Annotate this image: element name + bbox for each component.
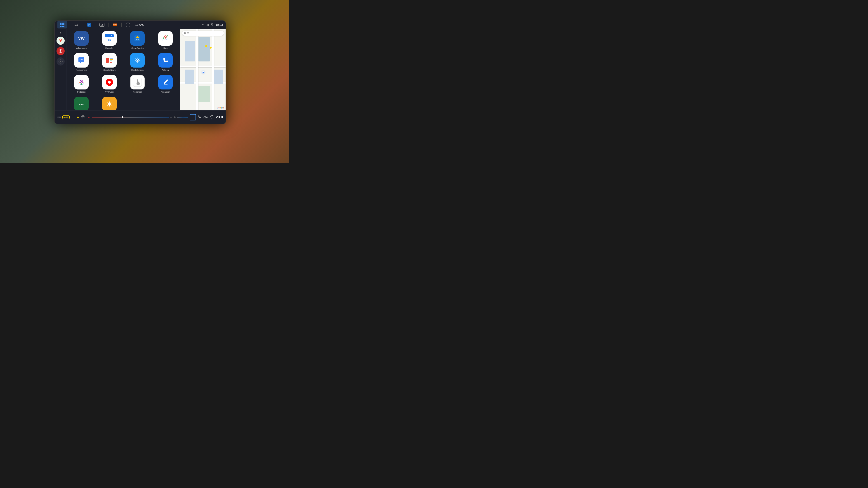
yt-music-icon xyxy=(105,77,114,87)
phone-handset-icon xyxy=(197,115,202,119)
temp-bar-knob xyxy=(122,116,123,118)
svg-rect-17 xyxy=(112,35,112,36)
auto-button[interactable]: AUTO xyxy=(62,116,70,119)
app-googlenews[interactable]: Google News xyxy=(96,53,123,71)
svg-rect-38 xyxy=(77,78,86,87)
sidebar-other-icon[interactable] xyxy=(57,57,65,66)
assist-button[interactable] xyxy=(98,22,106,27)
fan-symbol-icon xyxy=(81,114,86,119)
gamesnacks-icon: GS xyxy=(130,31,145,46)
map-building-5 xyxy=(198,86,210,102)
anpassen-icon xyxy=(158,75,173,90)
maps-icon xyxy=(158,31,173,46)
mode-icon-group: MODE xyxy=(113,24,117,26)
app-maps[interactable]: Maps xyxy=(152,31,179,50)
svg-rect-14 xyxy=(105,36,114,37)
einstellungen-icon xyxy=(130,53,145,68)
anpassen-label: Anpassen xyxy=(161,91,170,93)
map-building-3 xyxy=(185,70,194,84)
app-grid-container: VW Volkswagen 15 xyxy=(66,29,180,110)
map-panel[interactable]: Google xyxy=(180,29,225,110)
climate-left-temp-label: IMA xyxy=(57,116,61,119)
app-anpassen[interactable]: Anpassen xyxy=(152,75,179,93)
app-reminder[interactable]: Reminder xyxy=(124,75,151,93)
volkswagen-label: Volkswagen xyxy=(76,47,87,50)
svg-point-27 xyxy=(82,59,83,60)
recirculate-button[interactable] xyxy=(210,115,214,120)
starburst-update-icon xyxy=(105,99,114,109)
scroll-up-button[interactable]: ▲ xyxy=(57,31,64,34)
add-icon: + xyxy=(126,23,130,27)
podcasts-label: Podcasts xyxy=(77,91,86,93)
fan-icon[interactable] xyxy=(81,114,86,120)
map-yellow-dot-1 xyxy=(205,45,207,47)
svg-rect-37 xyxy=(161,56,170,65)
climate-left: IMA AUTO xyxy=(57,116,75,119)
app-grid: VW Volkswagen 15 xyxy=(68,31,179,93)
map-background xyxy=(180,29,225,110)
reminder-icon xyxy=(130,75,145,90)
ac-label[interactable]: A/C xyxy=(204,116,208,119)
parking-badge: P xyxy=(87,23,91,27)
googlenews-label: Google News xyxy=(103,69,116,71)
status-right: 4G 10:03 xyxy=(202,23,223,26)
app-nachrichten[interactable]: Nachrichten xyxy=(68,53,94,71)
app-grid-button[interactable] xyxy=(57,21,67,29)
app-telefon[interactable]: Telefon xyxy=(152,53,179,71)
map-menu-icon xyxy=(187,32,190,35)
temp-slider-area xyxy=(87,115,188,119)
app-gamesnacks[interactable]: GS GameSnacks xyxy=(124,31,151,50)
maps-logo-icon xyxy=(161,34,170,43)
app-starburst[interactable] xyxy=(96,97,123,110)
svg-text:15: 15 xyxy=(108,38,111,41)
map-yellow-dot-2 xyxy=(210,47,212,48)
reminder-hand-icon xyxy=(133,77,142,87)
auto-label: AUTO xyxy=(64,116,68,118)
climate-indicator-dot xyxy=(77,117,79,118)
sidebar-maps-icon[interactable] xyxy=(57,37,65,45)
climate-bar: IMA AUTO xyxy=(55,110,225,124)
svg-line-55 xyxy=(186,34,186,34)
app-podcasts[interactable]: Podcasts xyxy=(68,75,94,93)
svg-point-54 xyxy=(184,32,186,34)
vw-logo-icon: VW xyxy=(76,34,86,43)
app-einstellungen[interactable]: Einstellungen xyxy=(124,53,151,71)
nachrichten-icon xyxy=(74,53,89,68)
plus-icon xyxy=(174,116,176,119)
podcasts-logo-icon xyxy=(76,77,86,87)
separator-4 xyxy=(108,23,109,27)
svg-point-40 xyxy=(81,81,82,82)
grid-icon xyxy=(59,22,66,28)
ytmusic-label: YT Music xyxy=(105,91,114,93)
ytmusic-icon xyxy=(102,75,117,90)
app-kalender[interactable]: 15 Kalender xyxy=(96,31,123,50)
map-location-dot xyxy=(202,71,204,73)
add-button[interactable]: + xyxy=(124,22,131,28)
svg-point-0 xyxy=(75,25,76,26)
volkswagen-icon: VW xyxy=(74,31,89,46)
sidebar-radio-icon[interactable] xyxy=(57,47,65,55)
google-news-icon xyxy=(105,56,114,65)
right-temp-display: 23.0 xyxy=(216,115,223,119)
svg-point-1 xyxy=(77,25,78,26)
app-ytmusic[interactable]: YT Music xyxy=(96,75,123,93)
temp-bar xyxy=(92,117,169,118)
svg-rect-29 xyxy=(106,58,109,63)
svg-rect-33 xyxy=(110,62,112,63)
infotainment-screen: P MODE xyxy=(54,20,226,124)
svg-rect-16 xyxy=(107,35,107,36)
map-search-bar[interactable] xyxy=(182,31,224,36)
wifi-signal-icon xyxy=(211,23,214,26)
media-button[interactable] xyxy=(190,114,196,121)
car-button[interactable] xyxy=(72,23,80,27)
app-volkswagen[interactable]: VW Volkswagen xyxy=(68,31,94,50)
svg-text:VW: VW xyxy=(78,36,85,41)
map-search-icon xyxy=(184,32,186,34)
phone-button[interactable] xyxy=(197,115,202,120)
parking-button[interactable]: P xyxy=(86,22,92,27)
mode-button[interactable]: MODE xyxy=(112,23,119,27)
temperature-display: 19.0°C xyxy=(135,23,144,26)
climate-center xyxy=(81,114,202,121)
separator-3 xyxy=(95,23,95,27)
app-tunein[interactable]: tune in TuneIn xyxy=(68,97,94,110)
